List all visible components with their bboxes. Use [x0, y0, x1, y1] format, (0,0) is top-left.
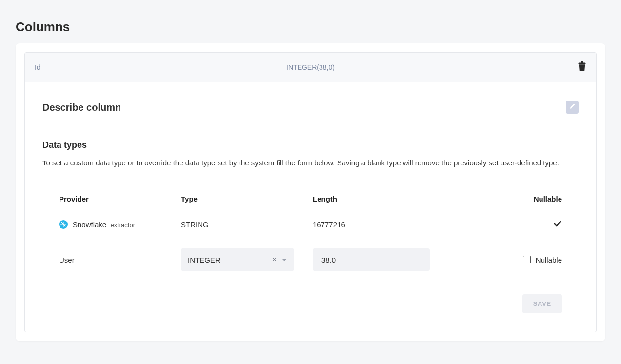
provider-name: Snowflake: [73, 221, 106, 229]
provider-cell-user: User: [59, 256, 181, 264]
user-type-cell: INTEGER ×: [181, 248, 313, 271]
table-header-row: Provider Type Length Nullable: [42, 189, 579, 210]
column-datatype-summary: INTEGER(38,0): [286, 63, 335, 71]
nullable-checkbox[interactable]: [523, 256, 531, 263]
columns-card: Id INTEGER(38,0) Describe column: [16, 43, 605, 341]
edit-description-button[interactable]: [566, 101, 579, 114]
describe-heading: Describe column: [42, 102, 121, 113]
th-type: Type: [181, 195, 313, 203]
user-length-cell: [313, 248, 508, 271]
column-name: Id: [35, 63, 286, 71]
datatypes-helptext: To set a custom data type or to override…: [42, 157, 560, 168]
nullable-label[interactable]: Nullable: [536, 256, 562, 264]
datatypes-table: Provider Type Length Nullable: [42, 189, 579, 313]
page-title: Columns: [16, 20, 605, 35]
delete-column-icon[interactable]: [578, 61, 586, 73]
save-button[interactable]: SAVE: [522, 294, 562, 313]
datatypes-heading: Data types: [42, 140, 579, 150]
system-length-value: 16777216: [313, 221, 508, 229]
type-select-value: INTEGER: [188, 256, 220, 264]
th-provider: Provider: [59, 195, 181, 203]
provider-user-label: User: [59, 256, 75, 264]
type-select[interactable]: INTEGER ×: [181, 248, 294, 271]
chevron-down-icon: [281, 255, 287, 264]
data-types-section: Data types To set a custom data type or …: [42, 140, 579, 313]
table-row: Snowflake extractor STRING 16777216: [42, 210, 579, 239]
provider-cell-snowflake: Snowflake extractor: [59, 220, 181, 229]
pencil-icon: [569, 103, 576, 112]
system-nullable-cell: [508, 220, 562, 229]
check-icon: [553, 220, 562, 228]
describe-column-row: Describe column: [42, 101, 579, 114]
system-type-value: STRING: [181, 221, 313, 229]
column-panel: Id INTEGER(38,0) Describe column: [24, 52, 597, 332]
th-length: Length: [313, 195, 508, 203]
th-nullable: Nullable: [508, 195, 562, 203]
table-row: User INTEGER ×: [42, 239, 579, 281]
provider-suffix: extractor: [110, 222, 135, 229]
snowflake-icon: [59, 220, 68, 229]
length-input[interactable]: [313, 248, 430, 271]
user-nullable-cell: Nullable: [508, 256, 562, 264]
column-header-row[interactable]: Id INTEGER(38,0): [25, 53, 596, 82]
clear-type-icon[interactable]: ×: [272, 255, 277, 264]
save-row: SAVE: [42, 281, 579, 313]
